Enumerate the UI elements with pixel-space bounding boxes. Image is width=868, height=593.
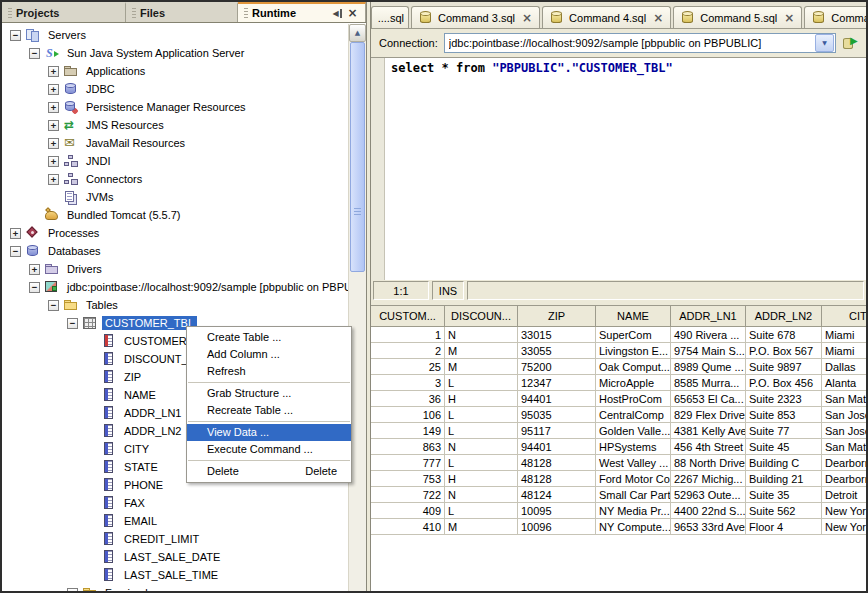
table-row[interactable]: 149L95117Golden Valle...4381 Kelly AveSu… (371, 423, 866, 439)
editor-tab-command-4-sql[interactable]: Command 4.sql (542, 6, 671, 28)
expand-toggle-icon[interactable]: + (48, 102, 59, 113)
scroll-up-icon[interactable] (349, 24, 366, 42)
menu-item-delete[interactable]: DeleteDelete (187, 463, 351, 480)
tree-item-servers[interactable]: −Servers (2, 26, 366, 44)
column-header-discoun[interactable]: DISCOUN... (445, 306, 518, 327)
tree-item-persistence-manager-resources[interactable]: +Persistence Manager Resources (2, 98, 366, 116)
table-row[interactable]: 106L95035CentralComp829 Flex DriveSuite … (371, 407, 866, 423)
tree-item-label[interactable]: ADDR_LN2 (121, 424, 184, 438)
table-row[interactable]: 2M33055Livingston E...9754 Main S...P.O.… (371, 343, 866, 359)
menu-item-grab-structure[interactable]: Grab Structure ... (187, 385, 351, 402)
expand-toggle-icon[interactable]: + (48, 138, 59, 149)
tree-item-label[interactable]: Sun Java System Application Server (64, 46, 247, 60)
tree-item-fax[interactable]: FAX (2, 494, 366, 512)
tree-item-label[interactable]: jdbc:pointbase://localhost:9092/sample [… (64, 280, 366, 294)
tree-item-jvms[interactable]: JVMs (2, 188, 366, 206)
scroll-thumb[interactable] (350, 42, 365, 272)
tree-item-label[interactable]: JavaMail Resources (83, 136, 188, 150)
tree-item-label[interactable]: Tables (83, 298, 121, 312)
table-row[interactable]: 25M75200Oak Comput...8989 Qume ...Suite … (371, 359, 866, 375)
column-header-zip[interactable]: ZIP (518, 306, 596, 327)
tree-item-label[interactable]: Drivers (64, 262, 105, 276)
tree-item-jndi[interactable]: +JNDI (2, 152, 366, 170)
editor-tab-sql[interactable]: ....sql (371, 6, 409, 28)
execute-sql-button[interactable] (842, 33, 862, 53)
tree-item-label[interactable]: JDBC (83, 82, 118, 96)
table-row[interactable]: 863N94401HPSystems456 4th StreetSuite 45… (371, 439, 866, 455)
expand-toggle-icon[interactable]: + (48, 174, 59, 185)
tree-item-label[interactable]: EMAIL (121, 514, 160, 528)
expand-toggle-icon[interactable]: + (67, 588, 78, 592)
dock-left-icon[interactable] (331, 9, 342, 18)
close-icon[interactable] (653, 12, 663, 24)
tree-item-databases[interactable]: −Databases (2, 242, 366, 260)
menu-item-recreate-table[interactable]: Recreate Table ... (187, 402, 351, 419)
expand-toggle-icon[interactable]: + (10, 228, 21, 239)
tree-item-drivers[interactable]: +Drivers (2, 260, 366, 278)
sql-editor[interactable]: select * from "PBPUBLIC"."CUSTOMER_TBL" (371, 57, 866, 280)
result-body[interactable]: 1N33015SuperCom490 Rivera ...Suite 678Mi… (371, 327, 866, 535)
tab-runtime[interactable]: Runtime (238, 2, 366, 22)
menu-item-add-column[interactable]: Add Column ... (187, 346, 351, 363)
tree-item-label[interactable]: STATE (121, 460, 161, 474)
menu-item-refresh[interactable]: Refresh (187, 363, 351, 380)
table-row[interactable]: 777L48128West Valley ...88 North DriveBu… (371, 455, 866, 471)
connection-select[interactable]: jdbc:pointbase://localhost:9092/sample [… (444, 33, 836, 53)
table-row[interactable]: 410M10096NY Compute...9653 33rd AveFloor… (371, 519, 866, 535)
tree-item-label[interactable]: JVMs (83, 190, 117, 204)
tree-item-javamail-resources[interactable]: +JavaMail Resources (2, 134, 366, 152)
tree-item-email[interactable]: EMAIL (2, 512, 366, 530)
tree-item-credit-limit[interactable]: CREDIT_LIMIT (2, 530, 366, 548)
tree-item-sun-java-system-application-server[interactable]: −Sun Java System Application Server (2, 44, 366, 62)
expand-toggle-icon[interactable]: + (48, 66, 59, 77)
collapse-toggle-icon[interactable]: − (67, 318, 78, 329)
menu-item-create-table[interactable]: Create Table ... (187, 329, 351, 346)
tree-item-last-sale-time[interactable]: LAST_SALE_TIME (2, 566, 366, 584)
tree-item-label[interactable]: Databases (45, 244, 104, 258)
tree-item-jms-resources[interactable]: +JMS Resources (2, 116, 366, 134)
tree-item-label[interactable]: Processes (45, 226, 102, 240)
dropdown-arrow-icon[interactable] (815, 34, 834, 52)
tree-item-label[interactable]: CUSTOMER_TBL (102, 316, 197, 330)
tab-files[interactable]: Files (126, 2, 238, 22)
sql-code[interactable]: select * from "PBPUBLIC"."CUSTOMER_TBL" (385, 58, 679, 280)
tree-item-label[interactable]: LAST_SALE_TIME (121, 568, 221, 582)
table-row[interactable]: 1N33015SuperCom490 Rivera ...Suite 678Mi… (371, 327, 866, 343)
tree-item-applications[interactable]: +Applications (2, 62, 366, 80)
menu-item-view-data[interactable]: View Data ... (187, 424, 351, 441)
servers-databases-tree[interactable]: −Servers−Sun Java System Application Ser… (2, 22, 366, 591)
table-row[interactable]: 36H94401HostProCom65653 El Ca...Suite 23… (371, 391, 866, 407)
close-icon[interactable] (522, 12, 532, 24)
expand-toggle-icon[interactable]: + (48, 156, 59, 167)
column-header-name[interactable]: NAME (596, 306, 671, 327)
tree-item-label[interactable]: Bundled Tomcat (5.5.7) (64, 208, 184, 222)
collapse-toggle-icon[interactable]: − (10, 30, 21, 41)
table-row[interactable]: 722N48124Small Car Parts52963 Oute...Sui… (371, 487, 866, 503)
collapse-toggle-icon[interactable]: − (29, 48, 40, 59)
collapse-toggle-icon[interactable]: − (29, 282, 40, 293)
tree-item-foreign-keys[interactable]: +Foreign keys (2, 584, 366, 591)
tree-item-connectors[interactable]: +Connectors (2, 170, 366, 188)
table-row[interactable]: 3L12347MicroApple8585 Murra...P.O. Box 4… (371, 375, 866, 391)
collapse-toggle-icon[interactable]: − (10, 246, 21, 257)
tree-item-label[interactable]: Applications (83, 64, 148, 78)
menu-item-execute-command[interactable]: Execute Command ... (187, 441, 351, 458)
tree-item-label[interactable]: ZIP (121, 370, 144, 384)
tab-projects[interactable]: Projects (2, 2, 126, 22)
editor-tab-command-3-sql[interactable]: Command 3.sql (411, 6, 540, 28)
expand-toggle-icon[interactable]: + (48, 84, 59, 95)
tree-item-bundled-tomcat-5-5-7[interactable]: Bundled Tomcat (5.5.7) (2, 206, 366, 224)
tree-item-label[interactable]: CITY (121, 442, 152, 456)
tree-item-label[interactable]: CREDIT_LIMIT (121, 532, 202, 546)
column-header-addr-ln2[interactable]: ADDR_LN2 (746, 306, 822, 327)
collapse-toggle-icon[interactable]: − (48, 300, 59, 311)
column-header-city[interactable]: CITY (822, 306, 866, 327)
tree-item-last-sale-date[interactable]: LAST_SALE_DATE (2, 548, 366, 566)
tree-item-label[interactable]: Servers (45, 28, 89, 42)
expand-toggle-icon[interactable]: + (29, 264, 40, 275)
tree-scrollbar[interactable] (348, 24, 366, 591)
tree-item-label[interactable]: LAST_SALE_DATE (121, 550, 223, 564)
tree-item-label[interactable]: NAME (121, 388, 159, 402)
close-icon[interactable] (346, 7, 359, 19)
tree-item-processes[interactable]: +Processes (2, 224, 366, 242)
